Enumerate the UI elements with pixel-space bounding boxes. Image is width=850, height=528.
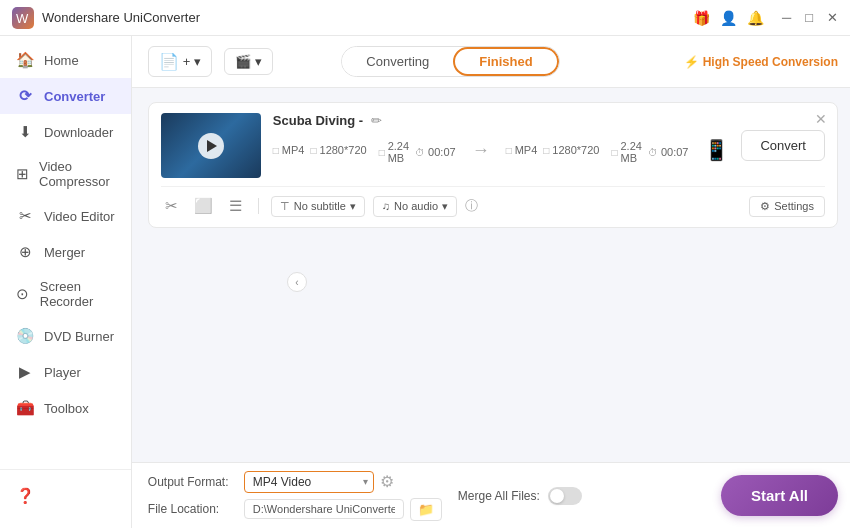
merge-toggle[interactable] (548, 487, 582, 505)
sidebar-item-dvd-burner[interactable]: 💿 DVD Burner (0, 318, 131, 354)
lightning-icon: ⚡ (684, 55, 699, 69)
svg-text:W: W (16, 11, 29, 26)
settings-label: Settings (774, 200, 814, 212)
bell-icon[interactable]: 🔔 (747, 10, 764, 26)
sidebar-label-recorder: Screen Recorder (40, 279, 115, 309)
sidebar-label-compressor: Video Compressor (39, 159, 115, 189)
list-icon[interactable]: ☰ (225, 195, 246, 217)
subtitle-select[interactable]: ⊤ No subtitle ▾ (271, 196, 365, 217)
sidebar-item-merger[interactable]: ⊕ Merger (0, 234, 131, 270)
tool-separator (258, 198, 259, 214)
target-meta: □ MP4 □ 1280*720 □ 2.24 M (506, 136, 689, 164)
camera-dropdown-arrow: ▾ (255, 54, 262, 69)
edit-icon[interactable]: ✏ (371, 113, 382, 128)
device-icon: 📱 (704, 138, 729, 162)
bottom-bar: Output Format: MP4 Video ▾ ⚙ File Locati… (132, 462, 850, 528)
gear-icon: ⚙ (760, 200, 770, 213)
downloader-icon: ⬇ (16, 123, 34, 141)
sidebar-item-player[interactable]: ▶ Player (0, 354, 131, 390)
sidebar: 🏠 Home ⟳ Converter ⬇ Downloader ⊞ Video … (0, 36, 132, 528)
sidebar-label-toolbox: Toolbox (44, 401, 89, 416)
source-format: MP4 (282, 144, 305, 156)
top-bar: 📄 + ▾ 🎬 ▾ Converting Finished ⚡ High Spe… (132, 36, 850, 88)
crop-icon[interactable]: ⬜ (190, 195, 217, 217)
video-thumbnail[interactable] (161, 113, 261, 178)
subtitle-dropdown: ▾ (350, 200, 356, 213)
sidebar-item-converter[interactable]: ⟳ Converter (0, 78, 131, 114)
sidebar-label-player: Player (44, 365, 81, 380)
add-file-button[interactable]: 📄 + ▾ (148, 46, 213, 77)
target-size: 2.24 MB (621, 140, 642, 164)
gift-icon[interactable]: 🎁 (693, 10, 710, 26)
subtitle-icon: ⊤ (280, 200, 290, 213)
format-icon: □ (273, 145, 279, 156)
merge-section: Merge All Files: (458, 487, 582, 505)
sidebar-label-dvd: DVD Burner (44, 329, 114, 344)
add-dropdown-arrow: ▾ (194, 54, 201, 69)
merger-icon: ⊕ (16, 243, 34, 261)
editor-icon: ✂ (16, 207, 34, 225)
toggle-knob (550, 489, 564, 503)
convert-button[interactable]: Convert (741, 130, 825, 161)
file-area: ✕ Scuba Diving - ✏ (132, 88, 850, 462)
file-title: Scuba Diving - (273, 113, 363, 128)
tab-finished[interactable]: Finished (453, 47, 558, 76)
sidebar-label-downloader: Downloader (44, 125, 113, 140)
source-duration: 00:07 (428, 146, 456, 158)
content-area: ‹ 📄 + ▾ 🎬 ▾ Converting Finished ⚡ High S… (132, 36, 850, 528)
sidebar-item-screen-recorder[interactable]: ⊙ Screen Recorder (0, 270, 131, 318)
close-icon[interactable]: ✕ (815, 111, 827, 127)
scissors-icon[interactable]: ✂ (161, 195, 182, 217)
source-meta: □ MP4 □ 1280*720 □ 2.24 M (273, 136, 456, 164)
file-location-row: File Location: 📁 (148, 498, 442, 521)
audio-dropdown: ▾ (442, 200, 448, 213)
minimize-button[interactable]: ─ (782, 11, 791, 24)
close-button[interactable]: ✕ (827, 11, 838, 24)
merge-label: Merge All Files: (458, 489, 540, 503)
output-section: Output Format: MP4 Video ▾ ⚙ File Locati… (148, 471, 442, 521)
file-card: ✕ Scuba Diving - ✏ (148, 102, 838, 228)
file-location-input[interactable] (244, 499, 404, 519)
sidebar-item-toolbox[interactable]: 🧰 Toolbox (0, 390, 131, 426)
tab-converting[interactable]: Converting (342, 47, 453, 76)
sidebar-collapse-button[interactable]: ‹ (287, 272, 307, 292)
output-settings-icon[interactable]: ⚙ (380, 472, 394, 491)
app-logo-icon: W (12, 7, 34, 29)
add-camera-button[interactable]: 🎬 ▾ (224, 48, 273, 75)
output-format-select[interactable]: MP4 Video (244, 471, 374, 493)
camera-icon: 🎬 (235, 54, 251, 69)
file-info: Scuba Diving - ✏ □ MP4 □ (273, 113, 730, 164)
sidebar-item-downloader[interactable]: ⬇ Downloader (0, 114, 131, 150)
sidebar-label-editor: Video Editor (44, 209, 115, 224)
play-triangle-icon (207, 140, 217, 152)
maximize-button[interactable]: □ (805, 11, 813, 24)
source-size: 2.24 MB (388, 140, 409, 164)
start-all-button[interactable]: Start All (721, 475, 838, 516)
arrow-right-icon: → (472, 140, 490, 161)
play-button[interactable] (198, 133, 224, 159)
user-icon[interactable]: 👤 (720, 10, 737, 26)
dur-icon: ⏱ (415, 147, 425, 158)
sidebar-item-video-compressor[interactable]: ⊞ Video Compressor (0, 150, 131, 198)
target-res-icon: □ (543, 145, 549, 156)
info-icon[interactable]: ⓘ (465, 197, 478, 215)
settings-button[interactable]: ⚙ Settings (749, 196, 825, 217)
output-format-row: Output Format: MP4 Video ▾ ⚙ (148, 471, 442, 493)
file-location-label: File Location: (148, 502, 238, 516)
target-format: MP4 (515, 144, 538, 156)
res-icon: □ (310, 145, 316, 156)
sidebar-label-home: Home (44, 53, 79, 68)
audio-label: No audio (394, 200, 438, 212)
browse-folder-button[interactable]: 📁 (410, 498, 442, 521)
target-size-icon: □ (611, 147, 617, 158)
size-icon: □ (379, 147, 385, 158)
sidebar-item-home[interactable]: 🏠 Home (0, 42, 131, 78)
audio-icon: ♫ (382, 200, 390, 212)
sidebar-label-converter: Converter (44, 89, 105, 104)
high-speed-conversion[interactable]: ⚡ High Speed Conversion (684, 55, 838, 69)
sidebar-item-video-editor[interactable]: ✂ Video Editor (0, 198, 131, 234)
add-icon: 📄 (159, 52, 179, 71)
app-title: Wondershare UniConverter (42, 10, 200, 25)
sidebar-item-help[interactable]: ❓ (0, 478, 131, 514)
audio-select[interactable]: ♫ No audio ▾ (373, 196, 457, 217)
